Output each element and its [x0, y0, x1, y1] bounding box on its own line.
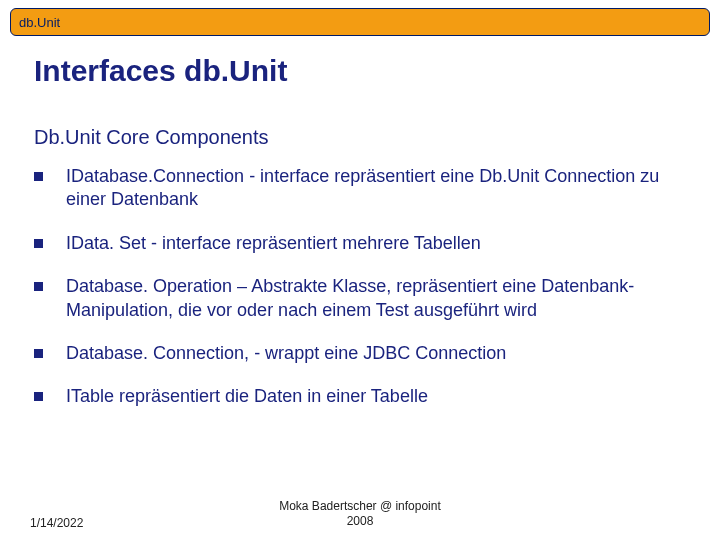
desc: - wrappt eine JDBC Connection [249, 343, 506, 363]
term: Database. Operation [66, 276, 232, 296]
list-item: Database. Connection, - wrappt eine JDBC… [34, 342, 660, 365]
section-heading: Db.Unit Core Components [34, 126, 720, 149]
footer-date: 1/14/2022 [30, 516, 83, 530]
desc: repräsentiert die Daten in einer Tabelle [114, 386, 428, 406]
desc: - interface repräsentiert mehrere Tabell… [146, 233, 481, 253]
term: IDatabase.Connection [66, 166, 244, 186]
list-item: IDatabase.Connection - interface repräse… [34, 165, 660, 212]
term: ITable [66, 386, 114, 406]
list-item: ITable repräsentiert die Daten in einer … [34, 385, 660, 408]
header-label: db.Unit [19, 15, 60, 30]
bullet-list: IDatabase.Connection - interface repräse… [34, 165, 660, 409]
term: Database. Connection, [66, 343, 249, 363]
footer-center: Moka Badertscher @ infopoint 2008 [279, 499, 441, 530]
slide-title: Interfaces db.Unit [34, 54, 720, 88]
footer-year: 2008 [347, 514, 374, 528]
list-item: Database. Operation – Abstrakte Klasse, … [34, 275, 660, 322]
term: IData. Set [66, 233, 146, 253]
list-item: IData. Set - interface repräsentiert meh… [34, 232, 660, 255]
header-bar: db.Unit [10, 8, 710, 36]
footer: 1/14/2022 Moka Badertscher @ infopoint 2… [0, 516, 720, 530]
footer-author: Moka Badertscher @ infopoint [279, 499, 441, 513]
